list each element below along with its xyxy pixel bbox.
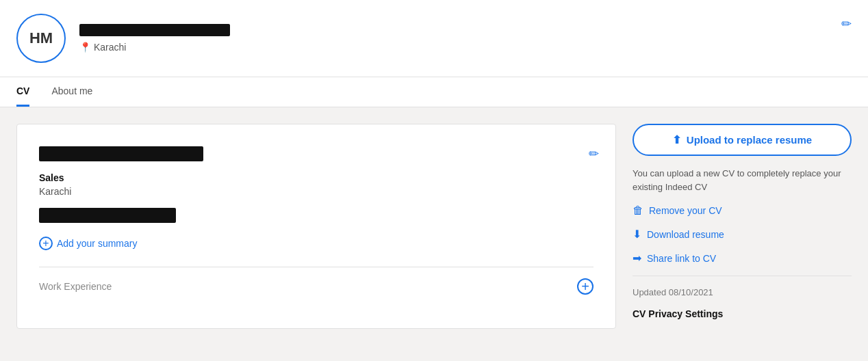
- add-work-icon: +: [581, 280, 589, 293]
- cv-location: Karachi: [39, 186, 593, 197]
- tabs-bar: CV About me: [0, 77, 868, 107]
- add-summary-icon: +: [39, 237, 53, 250]
- edit-icon: ✏: [841, 17, 852, 31]
- profile-location: 📍 Karachi: [79, 42, 852, 53]
- add-work-experience-button[interactable]: +: [577, 278, 593, 295]
- upload-icon: ⬆: [672, 133, 681, 146]
- share-link-button[interactable]: ➡ Share link to CV: [633, 252, 852, 265]
- remove-cv-label: Remove your CV: [649, 205, 722, 216]
- cv-name-redacted: [39, 146, 203, 161]
- share-icon: ➡: [633, 252, 641, 265]
- sidebar: ⬆ Upload to replace resume You can uploa…: [633, 124, 852, 319]
- tab-cv[interactable]: CV: [16, 77, 29, 107]
- cv-contact-redacted: [39, 208, 176, 223]
- main-content: ✏ Sales Karachi + Add your summary Work …: [0, 107, 868, 345]
- trash-icon: 🗑: [633, 204, 643, 217]
- tab-cv-label: CV: [16, 85, 29, 96]
- profile-header: HM 📍 Karachi ✏: [0, 0, 868, 77]
- tab-about-me[interactable]: About me: [51, 77, 92, 107]
- add-summary-label: Add your summary: [57, 238, 137, 249]
- upload-resume-button[interactable]: ⬆ Upload to replace resume: [633, 124, 852, 156]
- replace-hint: You can upload a new CV to completely re…: [633, 167, 852, 193]
- profile-name-redacted: [79, 24, 230, 36]
- sidebar-divider: [633, 276, 852, 276]
- page-wrapper: HM 📍 Karachi ✏ CV About me ✏: [0, 0, 868, 361]
- cv-job-title: Sales: [39, 172, 593, 183]
- cv-edit-icon: ✏: [589, 147, 599, 161]
- share-link-label: Share link to CV: [647, 253, 716, 264]
- profile-info: 📍 Karachi: [79, 24, 852, 53]
- edit-profile-button[interactable]: ✏: [841, 16, 852, 31]
- profile-location-text: Karachi: [94, 42, 126, 53]
- avatar: HM: [16, 14, 66, 63]
- upload-resume-label: Upload to replace resume: [687, 134, 812, 146]
- work-experience-label: Work Experience: [39, 281, 112, 292]
- remove-cv-button[interactable]: 🗑 Remove your CV: [633, 204, 852, 217]
- tab-about-me-label: About me: [51, 85, 92, 96]
- cv-card: ✏ Sales Karachi + Add your summary Work …: [16, 124, 616, 329]
- download-icon: ⬇: [633, 228, 641, 241]
- avatar-initials: HM: [29, 29, 53, 47]
- updated-text: Updated 08/10/2021: [633, 287, 852, 297]
- cv-edit-button[interactable]: ✏: [589, 146, 599, 161]
- download-resume-label: Download resume: [647, 229, 724, 240]
- work-experience-row: Work Experience +: [39, 267, 593, 295]
- download-resume-button[interactable]: ⬇ Download resume: [633, 228, 852, 241]
- add-summary-button[interactable]: + Add your summary: [39, 237, 137, 250]
- location-icon: 📍: [79, 42, 91, 53]
- cv-privacy-label: CV Privacy Settings: [633, 308, 852, 319]
